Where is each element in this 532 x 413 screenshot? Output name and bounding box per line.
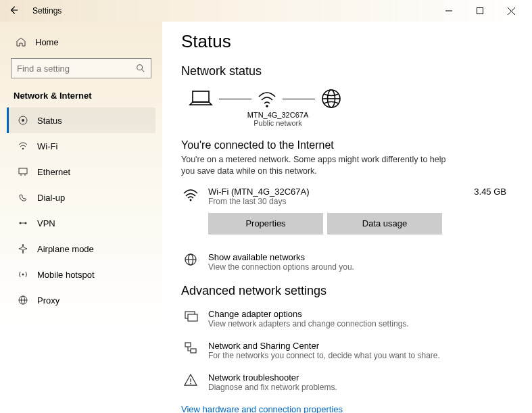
available-title: Show available networks	[208, 252, 354, 262]
hotspot-icon	[16, 269, 30, 280]
maximize-icon	[477, 7, 483, 14]
svg-rect-30	[185, 343, 191, 347]
nav-item-ethernet[interactable]: Ethernet	[7, 159, 155, 185]
svg-line-5	[142, 70, 145, 72]
svg-rect-31	[191, 349, 196, 353]
nav-item-hotspot[interactable]: Mobile hotspot	[7, 262, 155, 287]
show-available-link[interactable]: Show available networks View the connect…	[181, 252, 513, 272]
svg-rect-1	[477, 8, 483, 14]
svg-point-33	[190, 383, 191, 384]
page-title: Status	[181, 31, 513, 52]
network-status-heading: Network status	[181, 64, 513, 78]
svg-point-15	[22, 274, 24, 276]
nav-item-wifi[interactable]: Wi-Fi	[7, 133, 155, 159]
dialup-icon	[16, 192, 30, 203]
search-icon	[136, 64, 145, 73]
wifi-icon	[16, 141, 30, 151]
airplane-icon	[16, 243, 30, 254]
connector-line	[283, 99, 315, 99]
svg-rect-29	[188, 314, 197, 321]
nav-item-proxy[interactable]: Proxy	[7, 287, 155, 313]
status-icon	[16, 115, 30, 126]
sharing-desc: For the networks you connect to, decide …	[208, 351, 440, 360]
troubleshoot-desc: Diagnose and fix network problems.	[208, 383, 337, 392]
nav-label: Dial-up	[37, 193, 65, 203]
hardware-link[interactable]: View hardware and connection properties	[181, 404, 513, 413]
nav-label: VPN	[37, 218, 55, 228]
svg-rect-9	[19, 168, 27, 174]
vpn-icon	[16, 218, 30, 228]
sharing-icon	[181, 341, 200, 356]
window-title: Settings	[32, 6, 62, 16]
diagram-type: Public network	[241, 119, 315, 127]
connection-name: Wi-Fi (MTN_4G_32C67A)	[208, 187, 466, 197]
maximize-button[interactable]	[464, 1, 495, 21]
close-icon	[508, 7, 515, 15]
network-diagram	[188, 88, 513, 110]
ethernet-icon	[16, 166, 30, 177]
sharing-title: Network and Sharing Center	[208, 341, 440, 351]
minimize-button[interactable]	[433, 1, 464, 21]
titlebar: Settings	[0, 0, 532, 22]
adapter-desc: View network adapters and change connect…	[208, 319, 409, 329]
home-link[interactable]: Home	[7, 31, 155, 53]
troubleshooter-link[interactable]: Network troubleshooter Diagnose and fix …	[181, 372, 513, 392]
search-input[interactable]	[17, 64, 136, 74]
svg-point-24	[190, 199, 192, 201]
sharing-center-link[interactable]: Network and Sharing Center For the netwo…	[181, 341, 513, 360]
advanced-heading: Advanced network settings	[181, 284, 513, 298]
nav-item-airplane[interactable]: Airplane mode	[7, 236, 155, 262]
nav-label: Mobile hotspot	[37, 270, 95, 280]
diagram-ssid: MTN_4G_32C67A	[241, 111, 315, 119]
connector-line	[219, 99, 251, 99]
proxy-icon	[16, 295, 30, 306]
connected-description: You're on a metered network. Some apps m…	[181, 154, 458, 177]
nav-label: Wi-Fi	[37, 141, 57, 151]
properties-button[interactable]: Properties	[208, 213, 323, 235]
nav-item-vpn[interactable]: VPN	[7, 210, 155, 236]
available-desc: View the connection options around you.	[208, 262, 354, 272]
close-button[interactable]	[495, 1, 527, 21]
globe-small-icon	[181, 252, 200, 267]
nav-item-status[interactable]: Status	[7, 107, 155, 133]
home-icon	[14, 37, 28, 47]
laptop-icon	[188, 89, 214, 109]
data-usage-button[interactable]: Data usage	[327, 213, 442, 235]
diagram-labels: MTN_4G_32C67A Public network	[241, 111, 315, 127]
wifi-large-icon	[257, 89, 277, 109]
back-button[interactable]	[5, 5, 22, 17]
nav-label: Ethernet	[37, 167, 70, 177]
svg-point-7	[22, 119, 24, 122]
nav-label: Airplane mode	[37, 244, 94, 254]
search-box[interactable]	[11, 58, 151, 78]
svg-point-4	[137, 65, 143, 70]
connection-usage: 3.45 GB	[474, 187, 513, 197]
connection-row: Wi-Fi (MTN_4G_32C67A) From the last 30 d…	[181, 187, 513, 206]
globe-icon	[320, 88, 342, 110]
svg-rect-19	[193, 91, 209, 102]
arrow-left-icon	[9, 5, 18, 15]
svg-point-8	[22, 148, 24, 149]
sidebar: Home Network & Internet Status Wi-Fi	[0, 22, 162, 413]
nav-label: Status	[37, 116, 62, 126]
nav-item-dialup[interactable]: Dial-up	[7, 185, 155, 210]
connected-heading: You're connected to the Internet	[181, 139, 513, 151]
wifi-signal-icon	[181, 187, 200, 201]
adapter-icon	[181, 309, 200, 324]
troubleshoot-title: Network troubleshooter	[208, 372, 337, 383]
svg-point-20	[266, 105, 268, 107]
nav-label: Proxy	[37, 295, 59, 306]
main-content: Status Network status	[162, 22, 532, 413]
home-label: Home	[35, 37, 59, 47]
connection-period: From the last 30 days	[208, 197, 466, 206]
adapter-title: Change adapter options	[208, 309, 409, 319]
warning-icon	[181, 372, 200, 387]
minimize-icon	[445, 7, 452, 14]
adapter-options-link[interactable]: Change adapter options View network adap…	[181, 309, 513, 329]
category-heading: Network & Internet	[7, 88, 155, 107]
